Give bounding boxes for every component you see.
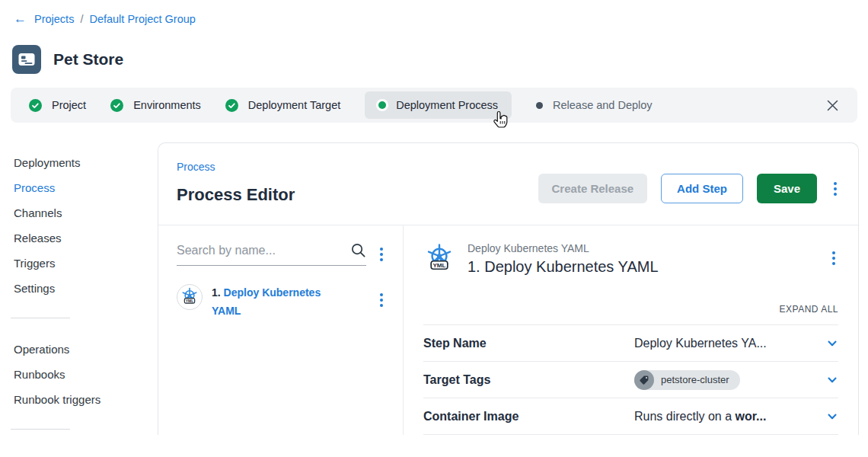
search-field: [177, 242, 366, 266]
create-release-button[interactable]: Create Release: [538, 174, 648, 203]
sidebar-item-releases[interactable]: Releases: [14, 225, 158, 251]
header-actions: Create Release Add Step Save: [538, 174, 840, 203]
chevron-down-icon[interactable]: [826, 411, 838, 423]
step-list-item[interactable]: YML 1. Deploy Kubernetes YAML: [177, 284, 386, 321]
search-icon: [350, 242, 366, 258]
process-editor-title: Process Editor: [177, 185, 295, 205]
svg-text:YML: YML: [186, 299, 194, 303]
breadcrumb-group-link[interactable]: Default Project Group: [89, 13, 195, 25]
row-value: petstore-cluster: [634, 370, 819, 390]
breadcrumb-separator: /: [80, 13, 83, 25]
process-editor-header: Process Process Editor Create Release Ad…: [158, 143, 858, 225]
stepper-step-environments[interactable]: Environments: [110, 99, 201, 112]
stepper-step-project[interactable]: Project: [29, 99, 86, 112]
step-label: Project: [52, 99, 86, 111]
step-label: Deployment Target: [248, 99, 340, 111]
sidebar-item-process[interactable]: Process: [14, 175, 158, 200]
target-tag-chip: petstore-cluster: [634, 370, 740, 390]
step-item-menu-icon[interactable]: [377, 290, 386, 310]
step-list-item-label: 1. Deploy Kubernetes YAML: [212, 284, 341, 321]
check-circle-icon: [29, 99, 42, 112]
breadcrumb: ← Projects / Default Project Group: [0, 0, 868, 25]
upcoming-step-dot-icon: [536, 102, 543, 109]
kubernetes-yaml-icon: YML: [423, 242, 455, 279]
stepper-step-deployment-process-current[interactable]: Deployment Process: [365, 91, 512, 119]
row-value: Runs directly on a wor...: [634, 410, 819, 423]
current-step-dot-icon: [378, 101, 386, 109]
check-circle-icon: [110, 99, 123, 112]
project-header: Pet Store: [12, 45, 868, 74]
step-name-row[interactable]: Step Name Deploy Kubernetes YA...: [423, 325, 838, 362]
breadcrumb-projects-link[interactable]: Projects: [34, 13, 74, 25]
process-editor-body: YML 1. Deploy Kubernetes YAML: [158, 225, 858, 435]
stepper-step-release-and-deploy[interactable]: Release and Deploy: [536, 99, 653, 111]
sidebar-item-deployments[interactable]: Deployments: [14, 150, 158, 175]
stepper-step-deployment-target[interactable]: Deployment Target: [225, 99, 340, 112]
process-editor-card: Process Process Editor Create Release Ad…: [158, 142, 859, 435]
row-label: Target Tags: [423, 373, 490, 387]
step-type-label: Deploy Kubernetes YAML: [468, 242, 817, 254]
step-detail-title: 1. Deploy Kubernetes YAML: [468, 258, 817, 276]
step-detail-menu-icon[interactable]: [829, 248, 838, 268]
sidebar-item-settings[interactable]: Settings: [14, 276, 158, 301]
check-circle-icon: [225, 99, 238, 112]
kubernetes-yaml-icon: YML: [177, 284, 203, 310]
target-tags-row[interactable]: Target Tags petstore-cluster: [423, 362, 838, 398]
step-detail-panel: YML Deploy Kubernetes YAML 1. Deploy Kub…: [404, 225, 858, 435]
process-breadcrumb-link[interactable]: Process: [177, 161, 215, 173]
sidebar-divider: [11, 429, 70, 430]
sidebar-item-operations[interactable]: Operations: [14, 337, 158, 362]
row-label: Container Image: [423, 410, 519, 423]
svg-text:YML: YML: [432, 262, 445, 269]
container-image-row[interactable]: Container Image Runs directly on a wor..…: [423, 398, 838, 435]
tag-icon: [634, 370, 654, 390]
expand-all-row: EXPAND ALL: [423, 302, 838, 325]
chevron-down-icon[interactable]: [826, 337, 838, 350]
expand-all-button[interactable]: EXPAND ALL: [780, 304, 838, 315]
add-step-button[interactable]: Add Step: [661, 174, 743, 203]
tag-label: petstore-cluster: [661, 374, 729, 385]
step-detail-header: YML Deploy Kubernetes YAML 1. Deploy Kub…: [423, 242, 838, 279]
sidebar-item-channels[interactable]: Channels: [14, 200, 158, 225]
project-sidebar: Deployments Process Channels Releases Tr…: [0, 142, 158, 435]
sidebar-item-triggers[interactable]: Triggers: [14, 251, 158, 276]
main-layout: Deployments Process Channels Releases Tr…: [0, 142, 868, 435]
row-value-bold: wor...: [736, 410, 767, 423]
sidebar-item-runbooks[interactable]: Runbooks: [14, 362, 158, 387]
sidebar-divider: [11, 318, 70, 318]
step-list-panel: YML 1. Deploy Kubernetes YAML: [158, 225, 404, 435]
step-number: 1.: [212, 286, 221, 299]
sidebar-item-runbook-triggers[interactable]: Runbook triggers: [14, 387, 158, 412]
chevron-down-icon[interactable]: [826, 374, 838, 386]
search-input[interactable]: [177, 244, 350, 257]
overflow-menu-icon[interactable]: [831, 179, 840, 199]
row-value: Deploy Kubernetes YA...: [634, 337, 819, 350]
step-list-menu-icon[interactable]: [377, 244, 386, 264]
row-label: Step Name: [423, 337, 487, 350]
close-icon[interactable]: [826, 99, 839, 112]
page-title: Pet Store: [53, 50, 123, 69]
step-label: Deployment Process: [396, 99, 498, 111]
save-button[interactable]: Save: [757, 174, 817, 203]
setup-stepper: Project Environments Deployment Target D…: [11, 88, 857, 123]
step-label: Environments: [133, 99, 201, 111]
project-card-icon: [12, 45, 41, 74]
step-label: Release and Deploy: [553, 99, 653, 111]
back-arrow-icon[interactable]: ←: [14, 12, 27, 25]
step-name-link[interactable]: Deploy Kubernetes YAML: [212, 286, 321, 317]
